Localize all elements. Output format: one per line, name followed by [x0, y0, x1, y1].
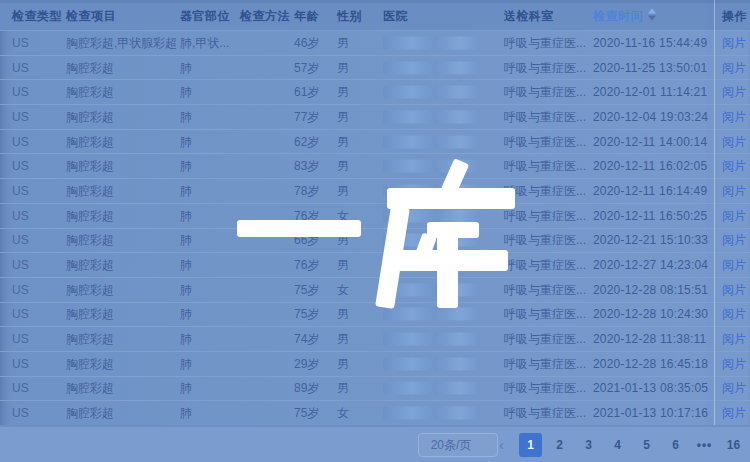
fixed-column-divider: [714, 0, 715, 425]
cell-exam-item: 胸腔彩超: [66, 306, 114, 323]
read-film-link[interactable]: 阅片: [722, 84, 746, 101]
page-button-1[interactable]: 1: [519, 433, 542, 457]
page-button-3[interactable]: 3: [577, 433, 600, 457]
cell-gender: 男: [337, 84, 349, 101]
cell-organ: 肺: [180, 355, 192, 372]
cell-age: 75岁: [294, 306, 319, 323]
page-button-5[interactable]: 5: [635, 433, 658, 457]
cell-age: 66岁: [294, 232, 319, 249]
page-button-6[interactable]: 6: [664, 433, 687, 457]
cell-department: 呼吸与重症医...: [504, 331, 586, 348]
hospital-redacted-block: [383, 36, 479, 49]
sort-asc-icon[interactable]: [648, 8, 656, 13]
table-row[interactable]: US 胸腔彩超 肺 76岁 男 呼吸与重症医... 2020-12-27 14:…: [0, 253, 750, 278]
table-row[interactable]: US 胸腔彩超 肺 75岁 女 呼吸与重症医... 2020-12-28 08:…: [0, 278, 750, 303]
cell-age: 61岁: [294, 84, 319, 101]
sort-carets-icon[interactable]: [648, 8, 656, 20]
table-row[interactable]: US 胸腔彩超 肺 57岁 男 呼吸与重症医... 2020-11-25 13:…: [0, 56, 750, 81]
read-film-link[interactable]: 阅片: [722, 133, 746, 150]
table-row[interactable]: US 胸腔彩超 肺 77岁 男 呼吸与重症医... 2020-12-04 19:…: [0, 105, 750, 130]
cell-age: 75岁: [294, 281, 319, 298]
page-button-4[interactable]: 4: [606, 433, 629, 457]
table-row[interactable]: US 胸腔彩超 肺 78岁 男 呼吸与重症医... 2020-12-11 16:…: [0, 179, 750, 204]
cell-department: 呼吸与重症医...: [504, 84, 586, 101]
cell-exam-item: 胸腔彩超: [66, 158, 114, 175]
cell-age: 77岁: [294, 108, 319, 125]
cell-organ: 肺: [180, 108, 192, 125]
cell-exam-item: 胸腔彩超: [66, 380, 114, 397]
table-row[interactable]: US 胸腔彩超 肺 75岁 女 呼吸与重症医... 2021-01-13 10:…: [0, 401, 750, 425]
table-row[interactable]: US 胸腔彩超 肺 62岁 男 呼吸与重症医... 2020-12-11 14:…: [0, 130, 750, 155]
table-row[interactable]: US 胸腔彩超 肺 76岁 女 呼吸与重症医... 2020-12-11 16:…: [0, 204, 750, 229]
read-film-link[interactable]: 阅片: [722, 108, 746, 125]
column-header-dept: 送检科室: [504, 7, 554, 24]
cell-department: 呼吸与重症医...: [504, 405, 586, 422]
read-film-link[interactable]: 阅片: [722, 380, 746, 397]
hospital-redacted-block: [383, 259, 479, 272]
cell-exam-type: US: [12, 258, 29, 272]
cell-gender: 男: [337, 133, 349, 150]
table-row[interactable]: US 胸腔彩超 肺 83岁 男 呼吸与重症医... 2020-12-11 16:…: [0, 154, 750, 179]
cell-age: 62岁: [294, 133, 319, 150]
read-film-link[interactable]: 阅片: [722, 158, 746, 175]
cell-exam-type: US: [12, 283, 29, 297]
page-size-select[interactable]: 20条/页: [418, 433, 498, 457]
cell-exam-time: 2020-12-28 08:15:51: [593, 283, 708, 297]
table-row[interactable]: US 胸腔彩超 肺 61岁 男 呼吸与重症医... 2020-12-01 11:…: [0, 80, 750, 105]
table-row[interactable]: US 胸腔彩超 肺 29岁 男 呼吸与重症医... 2020-12-28 16:…: [0, 352, 750, 377]
cell-age: 75岁: [294, 405, 319, 422]
cell-gender: 女: [337, 207, 349, 224]
cell-department: 呼吸与重症医...: [504, 108, 586, 125]
read-film-link[interactable]: 阅片: [722, 34, 746, 51]
cell-exam-item: 胸腔彩超: [66, 133, 114, 150]
read-film-link[interactable]: 阅片: [722, 281, 746, 298]
cell-exam-item: 胸腔彩超: [66, 207, 114, 224]
cell-department: 呼吸与重症医...: [504, 380, 586, 397]
table-row[interactable]: US 胸腔彩超 肺 66岁 男 呼吸与重症医... 2020-12-21 15:…: [0, 229, 750, 254]
cell-exam-time: 2020-12-21 15:10:33: [593, 233, 708, 247]
table-row[interactable]: US 胸腔彩超 肺 75岁 男 呼吸与重症医... 2020-12-28 10:…: [0, 303, 750, 328]
read-film-link[interactable]: 阅片: [722, 306, 746, 323]
cell-age: 89岁: [294, 380, 319, 397]
cell-gender: 男: [337, 108, 349, 125]
cell-organ: 肺: [180, 182, 192, 199]
cell-organ: 肺: [180, 331, 192, 348]
column-header-age: 年龄: [294, 7, 319, 24]
cell-exam-time: 2020-11-25 13:50:01: [593, 61, 707, 75]
hospital-redacted-block: [383, 61, 479, 74]
cell-exam-type: US: [12, 357, 29, 371]
read-film-link[interactable]: 阅片: [722, 257, 746, 274]
page-button-2[interactable]: 2: [548, 433, 571, 457]
cell-exam-type: US: [12, 184, 29, 198]
table-row[interactable]: US 胸腔彩超 肺 74岁 男 呼吸与重症医... 2020-12-28 11:…: [0, 327, 750, 352]
more-pages-button[interactable]: •••: [693, 433, 716, 457]
read-film-link[interactable]: 阅片: [722, 405, 746, 422]
table-row[interactable]: US 胸腔彩超,甲状腺彩超 肺,甲状... 46岁 男 呼吸与重症医... 20…: [0, 31, 750, 56]
cell-exam-item: 胸腔彩超: [66, 355, 114, 372]
page-button-16[interactable]: 16: [722, 433, 745, 457]
column-header-time[interactable]: 检查时间: [593, 7, 656, 24]
cell-exam-item: 胸腔彩超: [66, 59, 114, 76]
sort-desc-icon[interactable]: [648, 15, 656, 20]
cell-exam-time: 2020-12-27 14:23:04: [593, 258, 708, 272]
cell-department: 呼吸与重症医...: [504, 257, 586, 274]
hospital-redacted-block: [383, 160, 479, 173]
cell-department: 呼吸与重症医...: [504, 355, 586, 372]
cell-gender: 男: [337, 34, 349, 51]
table-row[interactable]: US 胸腔彩超 肺 89岁 男 呼吸与重症医... 2021-01-13 08:…: [0, 377, 750, 402]
read-film-link[interactable]: 阅片: [722, 355, 746, 372]
cell-organ: 肺: [180, 207, 192, 224]
read-film-link[interactable]: 阅片: [722, 182, 746, 199]
read-film-link[interactable]: 阅片: [722, 207, 746, 224]
cell-exam-type: US: [12, 159, 29, 173]
cell-gender: 男: [337, 158, 349, 175]
table-header-row: 检查类型检查项目器官部位检查方法年龄性别医院送检科室检查时间操作: [0, 0, 750, 31]
read-film-link[interactable]: 阅片: [722, 331, 746, 348]
read-film-link[interactable]: 阅片: [722, 59, 746, 76]
cell-gender: 男: [337, 380, 349, 397]
read-film-link[interactable]: 阅片: [722, 232, 746, 249]
cell-exam-time: 2020-12-28 16:45:18: [593, 357, 708, 371]
cell-department: 呼吸与重症医...: [504, 182, 586, 199]
pager: ‹123456•••16: [487, 433, 748, 457]
pagination-bar: 20条/页 ‹123456•••16: [0, 425, 750, 462]
